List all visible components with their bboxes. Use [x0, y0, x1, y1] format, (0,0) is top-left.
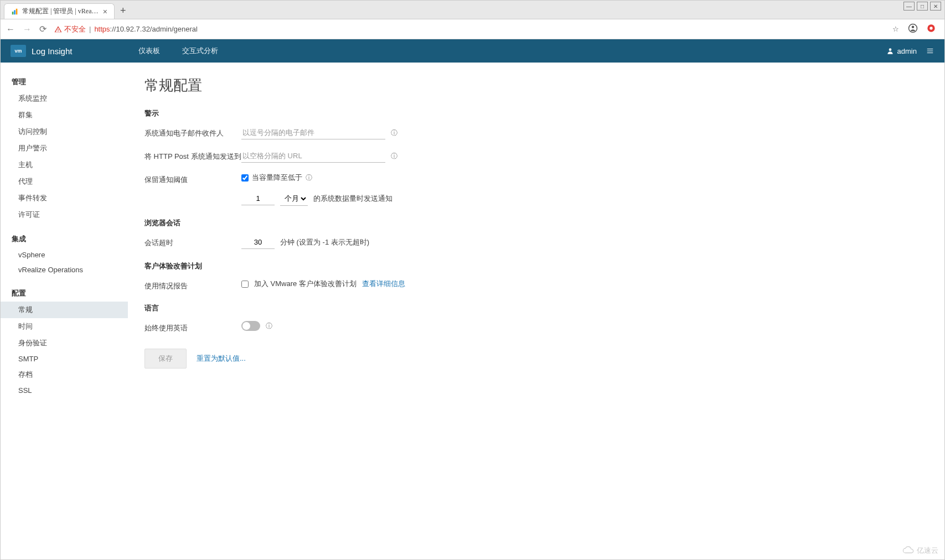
insecure-warning: 不安全 — [54, 24, 86, 34]
sidebar-group-management: 管理 — [1, 74, 128, 90]
info-icon[interactable]: ⓘ — [306, 173, 312, 183]
session-timeout-label: 会话超时 — [144, 236, 241, 248]
warning-triangle-icon — [54, 25, 62, 33]
sidebar-item-vsphere[interactable]: vSphere — [1, 247, 128, 262]
window-close-icon[interactable]: ✕ — [930, 2, 941, 11]
tab-favicon-icon — [11, 8, 19, 15]
profile-icon[interactable] — [908, 23, 918, 35]
http-post-label: 将 HTTP Post 系统通知发送到 — [144, 149, 241, 162]
tab-title: 常规配置 | 管理员 | vRealize — [22, 7, 100, 16]
threshold-value-input[interactable] — [241, 192, 275, 205]
new-tab-button[interactable]: + — [115, 3, 132, 19]
page-title: 常规配置 — [144, 76, 928, 95]
reload-icon[interactable]: ⟳ — [39, 24, 47, 34]
info-icon[interactable]: ⓘ — [391, 152, 397, 161]
sidebar-item-system-monitor[interactable]: 系统监控 — [1, 90, 128, 107]
info-icon[interactable]: ⓘ — [266, 322, 272, 331]
sidebar-group-integration: 集成 — [1, 231, 128, 247]
hamburger-menu-icon[interactable] — [926, 47, 934, 55]
english-toggle[interactable] — [241, 321, 260, 331]
nav-interactive-analytics[interactable]: 交互式分析 — [182, 46, 218, 56]
section-session-title: 浏览器会话 — [144, 218, 928, 228]
sidebar-item-general[interactable]: 常规 — [1, 302, 128, 318]
ceip-details-link[interactable]: 查看详细信息 — [362, 279, 405, 289]
ceip-join-label: 加入 VMware 客户体验改善计划 — [254, 279, 357, 289]
sidebar-item-vrealize-operations[interactable]: vRealize Operations — [1, 262, 128, 277]
sidebar-item-event-forwarding[interactable]: 事件转发 — [1, 190, 128, 206]
forward-icon[interactable]: → — [23, 24, 32, 34]
email-recipients-label: 系统通知电子邮件收件人 — [144, 126, 241, 138]
session-timeout-input[interactable] — [241, 236, 275, 249]
threshold-suffix: 的系统数据量时发送通知 — [313, 194, 393, 204]
sidebar-item-time[interactable]: 时间 — [1, 318, 128, 335]
threshold-checkbox-label: 当容量降至低于 — [252, 173, 302, 183]
sidebar-item-license[interactable]: 许可证 — [1, 206, 128, 223]
svg-point-6 — [929, 27, 932, 29]
sidebar-item-cluster[interactable]: 群集 — [1, 107, 128, 123]
sidebar-item-smtp[interactable]: SMTP — [1, 351, 128, 366]
svg-rect-0 — [12, 12, 14, 14]
content-area: 常规配置 警示 系统通知电子邮件收件人 ⓘ 将 HTTP Post 系统通知发送… — [128, 63, 944, 559]
cloud-icon — [902, 546, 915, 555]
user-menu[interactable]: admin — [886, 47, 934, 55]
save-button[interactable]: 保存 — [144, 349, 187, 369]
sidebar-item-agents[interactable]: 代理 — [1, 173, 128, 190]
extension-icon[interactable] — [927, 24, 936, 34]
address-bar: ← → ⟳ 不安全 | https://10.92.7.32/admin/gen… — [1, 19, 944, 39]
section-language-title: 语言 — [144, 303, 928, 313]
browser-tab[interactable]: 常规配置 | 管理员 | vRealize × — [4, 3, 115, 19]
threshold-unit-select[interactable]: 个月 — [280, 191, 308, 206]
section-alerts-title: 警示 — [144, 108, 928, 118]
window-minimize-icon[interactable]: — — [903, 2, 915, 11]
nav-dashboard[interactable]: 仪表板 — [138, 46, 160, 56]
svg-rect-2 — [16, 8, 18, 14]
sidebar-item-ssl[interactable]: SSL — [1, 383, 128, 398]
sidebar-group-configuration: 配置 — [1, 285, 128, 302]
ceip-checkbox[interactable] — [241, 281, 249, 288]
watermark: 亿速云 — [902, 546, 938, 556]
threshold-checkbox[interactable] — [241, 174, 249, 182]
always-english-label: 始终使用英语 — [144, 321, 241, 333]
sidebar: 管理 系统监控 群集 访问控制 用户警示 主机 代理 事件转发 许可证 集成 v… — [1, 63, 128, 559]
email-recipients-input[interactable] — [241, 126, 385, 139]
svg-point-4 — [912, 26, 915, 29]
url-field[interactable]: 不安全 | https://10.92.7.32/admin/general — [54, 24, 885, 34]
sidebar-item-user-alerts[interactable]: 用户警示 — [1, 140, 128, 157]
sidebar-item-hosts[interactable]: 主机 — [1, 157, 128, 173]
usage-report-label: 使用情况报告 — [144, 279, 241, 291]
user-icon — [886, 47, 894, 55]
svg-point-7 — [889, 48, 891, 51]
tab-close-icon[interactable]: × — [103, 7, 107, 16]
svg-rect-1 — [14, 10, 16, 14]
back-icon[interactable]: ← — [6, 24, 15, 34]
sidebar-item-archive[interactable]: 存档 — [1, 366, 128, 383]
info-icon[interactable]: ⓘ — [391, 128, 397, 138]
vmware-logo: vm — [11, 45, 26, 57]
sidebar-item-access-control[interactable]: 访问控制 — [1, 123, 128, 140]
reset-defaults-link[interactable]: 重置为默认值... — [197, 354, 246, 364]
section-ceip-title: 客户体验改善计划 — [144, 261, 928, 271]
session-timeout-suffix: 分钟 (设置为 -1 表示无超时) — [280, 237, 369, 247]
bookmark-star-icon[interactable]: ☆ — [892, 25, 899, 33]
window-maximize-icon[interactable]: □ — [917, 2, 928, 11]
http-post-input[interactable] — [241, 149, 385, 163]
app-header: vm Log Insight 仪表板 交互式分析 admin — [1, 39, 944, 63]
sidebar-item-authentication[interactable]: 身份验证 — [1, 335, 128, 351]
toggle-knob — [242, 322, 250, 330]
retention-threshold-label: 保留通知阈值 — [144, 173, 241, 185]
app-title: Log Insight — [32, 46, 72, 56]
browser-tab-bar: — □ ✕ 常规配置 | 管理员 | vRealize × + — [1, 1, 944, 19]
